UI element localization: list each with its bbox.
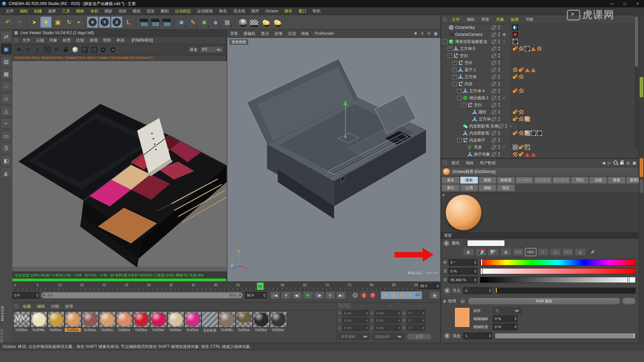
add-floor-icon[interactable] <box>237 17 248 27</box>
rotation-value-field[interactable]: 0 ° <box>407 317 425 323</box>
uvw-tag-icon[interactable] <box>513 152 518 157</box>
visibility-dots-icon[interactable] <box>498 131 500 135</box>
uvw-tag-icon[interactable] <box>519 116 524 122</box>
play-button[interactable] <box>303 291 313 299</box>
hue-spinner[interactable]: 0 ° <box>448 259 477 266</box>
points-mode-icon[interactable]: ∴ <box>1 81 12 92</box>
matmenu-创建[interactable]: 创建 <box>20 303 34 310</box>
material-swatch-0[interactable]: OctGlos <box>13 311 30 333</box>
size-value-field[interactable]: 0 cm <box>375 317 401 323</box>
maximize-button[interactable]: □ <box>619 0 631 7</box>
viewport-solo-icon[interactable]: ▭ <box>1 130 12 141</box>
menubar-item-动画[interactable]: 动画 <box>115 7 129 15</box>
phong-tag-icon[interactable] <box>519 152 524 157</box>
matmenu-编辑[interactable]: 编辑 <box>34 303 48 310</box>
texture-node-button[interactable]: ▸ <box>460 298 466 304</box>
menubar-item-渲染[interactable]: 渲染 <box>144 7 158 15</box>
render-region-icon[interactable] <box>150 17 160 27</box>
loop-button[interactable]: ↻ <box>325 291 335 299</box>
xmark-icon[interactable]: × <box>501 39 507 44</box>
timeline-ruler[interactable]: 55 051015202530354045505560657075808590 <box>13 282 417 290</box>
color-radio[interactable] <box>444 241 449 246</box>
add-cube-icon[interactable]: ■ <box>176 17 187 27</box>
object-name[interactable]: 内盒眼影笔 <box>469 130 489 136</box>
visibility-dots-icon[interactable] <box>498 110 500 114</box>
object-name[interactable]: 潘多拉彩妆眼影盒 <box>455 39 487 45</box>
uvw-tag-icon[interactable] <box>519 46 524 51</box>
tab-光泽图层[interactable]: 光泽图层 <box>534 177 552 184</box>
position-value-field[interactable]: 0 cm <box>342 325 369 331</box>
edges-mode-icon[interactable]: ◇ <box>1 93 12 104</box>
view-label-chip[interactable]: 透视视图 <box>229 39 248 45</box>
menubar-item-选择[interactable]: 选择 <box>45 7 59 15</box>
lv-menu-界面[interactable]: 界面 <box>114 37 127 44</box>
tab-凹凸[interactable]: 凹凸 <box>571 177 589 184</box>
lv-menu-比较[interactable]: 比较 <box>73 37 87 44</box>
lock-resolution-icon[interactable] <box>61 46 70 54</box>
saturation-slider[interactable] <box>480 268 636 274</box>
phong-tag-icon[interactable] <box>513 130 518 136</box>
visibility-dots-icon[interactable] <box>498 46 500 51</box>
menubar-item-捕捉[interactable]: 捕捉 <box>101 7 115 15</box>
collapse-icon[interactable]: ▼ <box>442 193 445 197</box>
material-ball-icon[interactable] <box>71 46 79 54</box>
visibility-dots-icon[interactable] <box>498 74 500 79</box>
material-swatch-13[interactable]: OctGlos <box>236 311 252 333</box>
object-name[interactable]: 立方体.4 <box>469 88 485 94</box>
visibility-dots-icon[interactable] <box>505 124 507 128</box>
uvw-tag-icon[interactable] <box>537 46 542 51</box>
hue-slider[interactable] <box>480 259 636 265</box>
preview-range-slider[interactable]: 0 F 90 F <box>41 292 243 299</box>
pause-render-icon[interactable]: ‖ <box>33 46 42 54</box>
object-name[interactable]: 空白 <box>460 53 468 59</box>
rotation-value-field[interactable]: 0 ° <box>407 325 425 331</box>
tab-各向异性[interactable]: 各向异性 <box>516 177 533 184</box>
om-menu-对象[interactable]: 对象 <box>493 16 507 23</box>
layer-color-box[interactable] <box>491 39 496 44</box>
material-swatch-4[interactable]: OctGlos <box>82 311 98 333</box>
phong-tag-icon[interactable] <box>513 109 518 115</box>
expander-icon[interactable]: − <box>457 89 462 93</box>
dock-tab-gray[interactable] <box>640 179 643 193</box>
pick-region-2-icon[interactable] <box>90 46 98 54</box>
material-swatch-5[interactable]: OctGlos <box>99 311 115 333</box>
last-tool-icon[interactable]: ➤ <box>75 17 83 27</box>
matblk-tag-icon[interactable] <box>525 46 530 51</box>
om-menu-书签[interactable]: 书签 <box>522 16 537 23</box>
trio-tag-icon[interactable] <box>531 67 536 72</box>
check-icon[interactable]: ✓ <box>501 145 507 149</box>
minimize-button[interactable]: — <box>606 0 619 7</box>
visibility-dots-icon[interactable] <box>498 103 500 107</box>
object-name[interactable]: 内盒眼影笔 实例 <box>469 123 498 129</box>
dock-tab-green[interactable] <box>640 77 643 97</box>
octsky-tag-icon[interactable] <box>513 25 518 30</box>
add-light-2-icon[interactable] <box>271 17 282 27</box>
attr-menu-编辑[interactable]: 编辑 <box>463 159 477 167</box>
uvw-tag-icon[interactable] <box>519 109 524 115</box>
layer-color-box[interactable] <box>491 152 496 157</box>
layer-color-box[interactable] <box>491 60 496 65</box>
tab-指定[interactable]: 指定 <box>497 184 515 191</box>
float-spinner[interactable]: 0 <box>463 287 492 294</box>
record-keyframe-button[interactable]: ( <box>360 292 368 299</box>
matblk-tag-icon[interactable] <box>513 39 518 44</box>
material-title-row[interactable]: Octane材质 [OctGlossy] <box>441 167 639 176</box>
uvw-tag-icon[interactable] <box>513 67 518 72</box>
saturation-spinner[interactable]: 0 % <box>448 268 477 275</box>
timeline-layout-button[interactable]: ▤ <box>429 291 440 299</box>
vp-menu-摄像机[interactable]: 摄像机 <box>241 30 258 38</box>
record-position-button[interactable]: ✚ <box>381 292 389 299</box>
layer-color-box[interactable] <box>491 32 496 37</box>
quantize-mode-icon[interactable]: ◭ <box>1 168 12 178</box>
layer-color-box[interactable] <box>491 25 496 30</box>
tab-索引[interactable]: 索引 <box>442 184 460 191</box>
float-slider[interactable] <box>495 288 636 294</box>
lock-panel-icon[interactable] <box>620 160 624 166</box>
compare-icon[interactable]: ◧ <box>463 248 474 256</box>
om-menu-文件[interactable]: 文件 <box>448 16 463 23</box>
expander-icon[interactable]: + <box>452 68 457 72</box>
object-name[interactable]: OctaneSky <box>455 25 475 30</box>
object-name[interactable]: 圆柱 <box>479 109 487 115</box>
om-menu-编辑[interactable]: 编辑 <box>463 16 478 23</box>
restart-render-icon[interactable]: ↻ <box>24 46 33 54</box>
